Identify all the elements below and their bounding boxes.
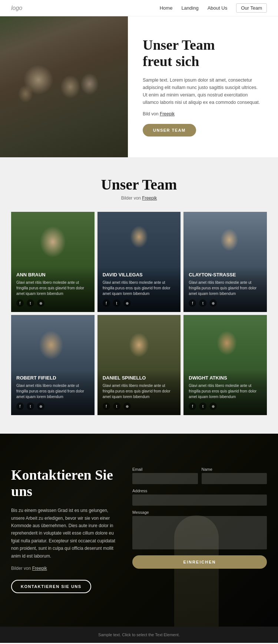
card-overlay-daniel: DANIEL SPINELLO Glavi amet ritiis libero… — [97, 370, 181, 415]
card-overlay-clayton: CLAYTON-STRASSE Glavi amet ritiis libero… — [183, 267, 267, 312]
contact-content: Kontaktieren Sieuns Bis zu einem gewisse… — [0, 445, 278, 615]
team-card-dwight: DWIGHT ATKINS Glavi amet ritiis libero m… — [183, 315, 267, 415]
navbar: logo Home Landing About Us Our Team — [0, 0, 278, 16]
team-card-robert: ROBERT FIFIELD Glavi amet ritiis libero … — [11, 315, 95, 415]
twitter-icon-dwight[interactable]: t — [199, 402, 206, 410]
card-overlay-ann: ANN BRAUN Glavi amet ritiis libero moles… — [11, 267, 95, 312]
team-credit-link[interactable]: Freepik — [142, 196, 157, 201]
card-desc-david: Glavi amet ritiis libero molestie ante u… — [103, 280, 176, 296]
form-row-email-name: Email Name — [132, 467, 267, 484]
footer: Sample text. Click to select the Text El… — [0, 627, 278, 643]
instagram-icon-daniel[interactable]: ⊕ — [123, 402, 131, 410]
card-socials-clayton: f t ⊕ — [189, 299, 262, 307]
footer-text: Sample text. Click to select the Text El… — [11, 632, 267, 637]
instagram-icon-david[interactable]: ⊕ — [123, 299, 131, 307]
contact-title: Kontaktieren Sieuns — [11, 467, 121, 499]
team-grid: ANN BRAUN Glavi amet ritiis libero moles… — [11, 212, 267, 415]
card-desc-clayton: Glavi amet ritiis libero molestie ante u… — [189, 280, 262, 296]
card-name-robert: ROBERT FIFIELD — [16, 375, 89, 381]
nav-our-team[interactable]: Our Team — [236, 3, 267, 13]
contact-form: Email Name Address Message — [132, 467, 267, 593]
hero-credit: Bild von Freepik — [143, 111, 263, 116]
twitter-icon-ann[interactable]: t — [27, 299, 34, 307]
facebook-icon-dwight[interactable]: f — [189, 402, 196, 410]
contact-credit: Bilder von Freepik — [11, 566, 121, 571]
hero-team-button[interactable]: UNSER TEAM — [143, 124, 196, 137]
card-socials-dwight: f t ⊕ — [189, 402, 262, 410]
twitter-icon-david[interactable]: t — [113, 299, 120, 307]
name-input[interactable] — [202, 473, 267, 484]
message-label: Message — [132, 510, 267, 515]
card-name-daniel: DANIEL SPINELLO — [103, 375, 176, 381]
form-row-message: Message — [132, 510, 267, 549]
instagram-icon-clayton[interactable]: ⊕ — [209, 299, 217, 307]
team-card-ann: ANN BRAUN Glavi amet ritiis libero moles… — [11, 212, 95, 312]
nav-links: Home Landing About Us Our Team — [160, 3, 267, 13]
team-card-daniel: DANIEL SPINELLO Glavi amet ritiis libero… — [97, 315, 181, 415]
hero-section: Unser Teamfreut sich Sample text. Lorem … — [0, 16, 278, 157]
submit-button[interactable]: EINREICHEN — [132, 555, 267, 569]
facebook-icon-david[interactable]: f — [103, 299, 110, 307]
team-credit: Bilder von Freepik — [11, 196, 267, 201]
card-name-ann: ANN BRAUN — [16, 272, 89, 277]
card-desc-ann: Glavi amet ritiis libero molestie ante u… — [16, 280, 89, 296]
twitter-icon-daniel[interactable]: t — [113, 402, 120, 410]
contact-section: Kontaktieren Sieuns Bis zu einem gewisse… — [0, 434, 278, 627]
hero-photo — [0, 16, 128, 157]
nav-landing[interactable]: Landing — [181, 5, 198, 11]
team-card-david: DAVID VILLEGAS Glavi amet ritiis libero … — [97, 212, 181, 312]
card-overlay-david: DAVID VILLEGAS Glavi amet ritiis libero … — [97, 267, 181, 312]
form-row-address: Address — [132, 489, 267, 506]
form-group-name: Name — [202, 467, 267, 484]
hero-credit-link[interactable]: Freepik — [160, 111, 175, 116]
nav-home[interactable]: Home — [160, 5, 173, 11]
card-desc-daniel: Glavi amet ritiis libero molestie ante u… — [103, 383, 176, 400]
hero-description: Sample text. Lorem ipsum dolor sit amet,… — [143, 76, 263, 106]
form-group-email: Email — [132, 467, 198, 484]
contact-button[interactable]: KONTAKTIEREN SIE UNS — [11, 580, 91, 593]
instagram-icon-dwight[interactable]: ⊕ — [209, 402, 217, 410]
message-textarea[interactable] — [132, 516, 267, 549]
hero-content: Unser Teamfreut sich Sample text. Lorem … — [128, 16, 278, 157]
facebook-icon-daniel[interactable]: f — [103, 402, 110, 410]
hero-title: Unser Teamfreut sich — [143, 37, 263, 69]
twitter-icon-clayton[interactable]: t — [199, 299, 206, 307]
card-name-dwight: DWIGHT ATKINS — [189, 375, 262, 381]
instagram-icon-ann[interactable]: ⊕ — [37, 299, 44, 307]
email-input[interactable] — [132, 473, 198, 484]
address-label: Address — [132, 489, 267, 493]
card-desc-robert: Glavi amet ritiis libero molestie ante u… — [16, 383, 89, 400]
card-socials-ann: f t ⊕ — [16, 299, 89, 307]
address-input[interactable] — [132, 494, 267, 506]
contact-credit-link[interactable]: Freepik — [32, 566, 47, 571]
card-socials-david: f t ⊕ — [103, 299, 176, 307]
team-section-title: Unser Team — [11, 176, 267, 193]
form-group-message: Message — [132, 510, 267, 549]
contact-description: Bis zu einem gewissen Grad ist es uns ge… — [11, 507, 121, 560]
card-socials-daniel: f t ⊕ — [103, 402, 176, 410]
card-desc-dwight: Glavi amet ritiis libero molestie ante u… — [189, 383, 262, 400]
card-name-david: DAVID VILLEGAS — [103, 272, 176, 277]
team-card-clayton: CLAYTON-STRASSE Glavi amet ritiis libero… — [183, 212, 267, 312]
twitter-icon-robert[interactable]: t — [27, 402, 34, 410]
form-group-address: Address — [132, 489, 267, 506]
card-name-clayton: CLAYTON-STRASSE — [189, 272, 262, 277]
facebook-icon-robert[interactable]: f — [16, 402, 24, 410]
instagram-icon-robert[interactable]: ⊕ — [37, 402, 44, 410]
card-overlay-robert: ROBERT FIFIELD Glavi amet ritiis libero … — [11, 370, 95, 415]
card-socials-robert: f t ⊕ — [16, 402, 89, 410]
facebook-icon-clayton[interactable]: f — [189, 299, 196, 307]
card-overlay-dwight: DWIGHT ATKINS Glavi amet ritiis libero m… — [183, 370, 267, 415]
team-section: Unser Team Bilder von Freepik ANN BRAUN … — [0, 157, 278, 434]
email-label: Email — [132, 467, 198, 472]
nav-about[interactable]: About Us — [208, 5, 227, 11]
contact-left: Kontaktieren Sieuns Bis zu einem gewisse… — [11, 467, 121, 593]
facebook-icon-ann[interactable]: f — [16, 299, 24, 307]
logo: logo — [11, 5, 22, 12]
hero-image — [0, 16, 128, 157]
name-label: Name — [202, 467, 267, 472]
